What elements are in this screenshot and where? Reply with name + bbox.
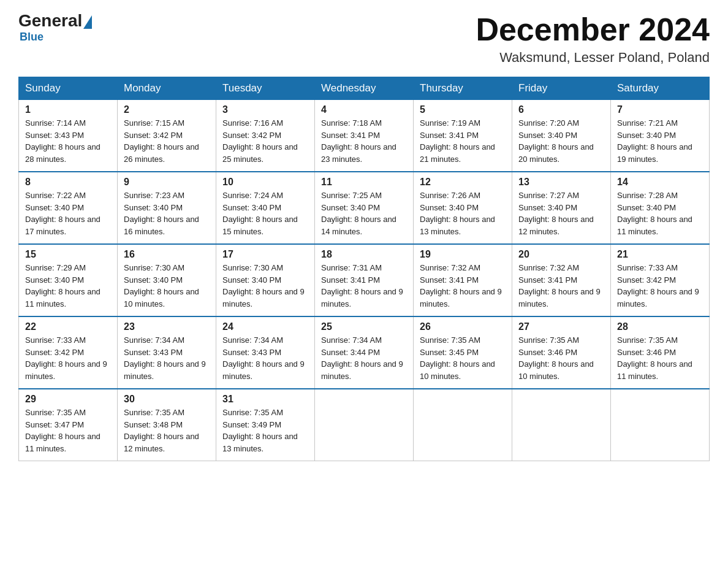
- table-row: 3 Sunrise: 7:16 AMSunset: 3:42 PMDayligh…: [216, 100, 315, 172]
- day-info: Sunrise: 7:26 AMSunset: 3:40 PMDaylight:…: [420, 190, 506, 237]
- day-number: 4: [321, 104, 407, 115]
- table-row: 17 Sunrise: 7:30 AMSunset: 3:40 PMDaylig…: [216, 244, 315, 316]
- table-row: 10 Sunrise: 7:24 AMSunset: 3:40 PMDaylig…: [216, 172, 315, 244]
- table-row: 31 Sunrise: 7:35 AMSunset: 3:49 PMDaylig…: [216, 389, 315, 461]
- calendar-week-1: 1 Sunrise: 7:14 AMSunset: 3:43 PMDayligh…: [19, 100, 710, 172]
- day-info: Sunrise: 7:35 AMSunset: 3:45 PMDaylight:…: [420, 334, 506, 382]
- day-info: Sunrise: 7:35 AMSunset: 3:47 PMDaylight:…: [25, 407, 111, 454]
- day-number: 9: [124, 177, 210, 188]
- table-row: 11 Sunrise: 7:25 AMSunset: 3:40 PMDaylig…: [315, 172, 414, 244]
- table-row: [611, 389, 710, 461]
- day-number: 28: [617, 321, 703, 332]
- day-number: 29: [25, 394, 111, 405]
- table-row: 30 Sunrise: 7:35 AMSunset: 3:48 PMDaylig…: [118, 389, 216, 461]
- day-number: 25: [321, 321, 407, 332]
- table-row: 22 Sunrise: 7:33 AMSunset: 3:42 PMDaylig…: [19, 316, 118, 389]
- day-number: 5: [420, 104, 506, 115]
- day-info: Sunrise: 7:35 AMSunset: 3:48 PMDaylight:…: [124, 407, 210, 454]
- table-row: 5 Sunrise: 7:19 AMSunset: 3:41 PMDayligh…: [414, 100, 512, 172]
- col-wednesday: Wednesday: [315, 77, 414, 100]
- day-info: Sunrise: 7:31 AMSunset: 3:41 PMDaylight:…: [321, 262, 407, 310]
- day-info: Sunrise: 7:14 AMSunset: 3:43 PMDaylight:…: [25, 117, 111, 165]
- calendar-body: 1 Sunrise: 7:14 AMSunset: 3:43 PMDayligh…: [19, 100, 710, 461]
- table-row: 29 Sunrise: 7:35 AMSunset: 3:47 PMDaylig…: [19, 389, 118, 461]
- month-title: December 2024: [476, 12, 710, 47]
- day-info: Sunrise: 7:33 AMSunset: 3:42 PMDaylight:…: [617, 262, 703, 310]
- col-monday: Monday: [118, 77, 216, 100]
- day-number: 18: [321, 249, 407, 260]
- col-saturday: Saturday: [611, 77, 710, 100]
- day-info: Sunrise: 7:24 AMSunset: 3:40 PMDaylight:…: [222, 190, 308, 237]
- col-sunday: Sunday: [19, 77, 118, 100]
- table-row: 28 Sunrise: 7:35 AMSunset: 3:46 PMDaylig…: [611, 316, 710, 389]
- table-row: 7 Sunrise: 7:21 AMSunset: 3:40 PMDayligh…: [611, 100, 710, 172]
- day-info: Sunrise: 7:25 AMSunset: 3:40 PMDaylight:…: [321, 190, 407, 237]
- logo-blue-text: Blue: [20, 31, 44, 44]
- day-info: Sunrise: 7:34 AMSunset: 3:43 PMDaylight:…: [222, 334, 308, 382]
- col-friday: Friday: [512, 77, 611, 100]
- day-number: 19: [420, 249, 506, 260]
- calendar-week-4: 22 Sunrise: 7:33 AMSunset: 3:42 PMDaylig…: [19, 316, 710, 389]
- table-row: 15 Sunrise: 7:29 AMSunset: 3:40 PMDaylig…: [19, 244, 118, 316]
- day-number: 10: [222, 177, 308, 188]
- day-info: Sunrise: 7:19 AMSunset: 3:41 PMDaylight:…: [420, 117, 506, 165]
- table-row: 26 Sunrise: 7:35 AMSunset: 3:45 PMDaylig…: [414, 316, 512, 389]
- day-info: Sunrise: 7:30 AMSunset: 3:40 PMDaylight:…: [124, 262, 210, 310]
- table-row: 1 Sunrise: 7:14 AMSunset: 3:43 PMDayligh…: [19, 100, 118, 172]
- day-info: Sunrise: 7:28 AMSunset: 3:40 PMDaylight:…: [617, 190, 703, 237]
- day-number: 14: [617, 177, 703, 188]
- page-header: General Blue December 2024 Waksmund, Les…: [18, 12, 710, 66]
- table-row: 16 Sunrise: 7:30 AMSunset: 3:40 PMDaylig…: [118, 244, 216, 316]
- table-row: 2 Sunrise: 7:15 AMSunset: 3:42 PMDayligh…: [118, 100, 216, 172]
- header-row: Sunday Monday Tuesday Wednesday Thursday…: [19, 77, 710, 100]
- day-number: 30: [124, 394, 210, 405]
- day-info: Sunrise: 7:20 AMSunset: 3:40 PMDaylight:…: [518, 117, 604, 165]
- day-number: 31: [222, 394, 308, 405]
- day-number: 22: [25, 321, 111, 332]
- day-info: Sunrise: 7:32 AMSunset: 3:41 PMDaylight:…: [420, 262, 506, 310]
- logo-triangle-icon: [83, 15, 92, 29]
- day-info: Sunrise: 7:18 AMSunset: 3:41 PMDaylight:…: [321, 117, 407, 165]
- day-number: 20: [518, 249, 604, 260]
- calendar-week-5: 29 Sunrise: 7:35 AMSunset: 3:47 PMDaylig…: [19, 389, 710, 461]
- day-info: Sunrise: 7:34 AMSunset: 3:44 PMDaylight:…: [321, 334, 407, 382]
- table-row: 24 Sunrise: 7:34 AMSunset: 3:43 PMDaylig…: [216, 316, 315, 389]
- table-row: 20 Sunrise: 7:32 AMSunset: 3:41 PMDaylig…: [512, 244, 611, 316]
- day-info: Sunrise: 7:35 AMSunset: 3:46 PMDaylight:…: [518, 334, 604, 382]
- table-row: 9 Sunrise: 7:23 AMSunset: 3:40 PMDayligh…: [118, 172, 216, 244]
- day-number: 13: [518, 177, 604, 188]
- day-number: 24: [222, 321, 308, 332]
- day-info: Sunrise: 7:35 AMSunset: 3:49 PMDaylight:…: [222, 407, 308, 454]
- table-row: 6 Sunrise: 7:20 AMSunset: 3:40 PMDayligh…: [512, 100, 611, 172]
- day-info: Sunrise: 7:22 AMSunset: 3:40 PMDaylight:…: [25, 190, 111, 237]
- day-number: 16: [124, 249, 210, 260]
- calendar-week-2: 8 Sunrise: 7:22 AMSunset: 3:40 PMDayligh…: [19, 172, 710, 244]
- day-number: 27: [518, 321, 604, 332]
- day-info: Sunrise: 7:33 AMSunset: 3:42 PMDaylight:…: [25, 334, 111, 382]
- logo: General Blue: [18, 12, 93, 44]
- calendar-header: Sunday Monday Tuesday Wednesday Thursday…: [19, 77, 710, 100]
- day-info: Sunrise: 7:16 AMSunset: 3:42 PMDaylight:…: [222, 117, 308, 165]
- day-number: 11: [321, 177, 407, 188]
- table-row: 18 Sunrise: 7:31 AMSunset: 3:41 PMDaylig…: [315, 244, 414, 316]
- table-row: 19 Sunrise: 7:32 AMSunset: 3:41 PMDaylig…: [414, 244, 512, 316]
- day-number: 17: [222, 249, 308, 260]
- table-row: 12 Sunrise: 7:26 AMSunset: 3:40 PMDaylig…: [414, 172, 512, 244]
- day-number: 23: [124, 321, 210, 332]
- day-info: Sunrise: 7:30 AMSunset: 3:40 PMDaylight:…: [222, 262, 308, 310]
- day-info: Sunrise: 7:21 AMSunset: 3:40 PMDaylight:…: [617, 117, 703, 165]
- day-info: Sunrise: 7:35 AMSunset: 3:46 PMDaylight:…: [617, 334, 703, 382]
- calendar-week-3: 15 Sunrise: 7:29 AMSunset: 3:40 PMDaylig…: [19, 244, 710, 316]
- table-row: 21 Sunrise: 7:33 AMSunset: 3:42 PMDaylig…: [611, 244, 710, 316]
- day-number: 12: [420, 177, 506, 188]
- day-number: 26: [420, 321, 506, 332]
- day-info: Sunrise: 7:32 AMSunset: 3:41 PMDaylight:…: [518, 262, 604, 310]
- day-number: 7: [617, 104, 703, 115]
- table-row: 25 Sunrise: 7:34 AMSunset: 3:44 PMDaylig…: [315, 316, 414, 389]
- day-info: Sunrise: 7:15 AMSunset: 3:42 PMDaylight:…: [124, 117, 210, 165]
- calendar-table: Sunday Monday Tuesday Wednesday Thursday…: [18, 77, 710, 461]
- title-block: December 2024 Waksmund, Lesser Poland, P…: [476, 12, 710, 66]
- table-row: [315, 389, 414, 461]
- col-thursday: Thursday: [414, 77, 512, 100]
- table-row: [414, 389, 512, 461]
